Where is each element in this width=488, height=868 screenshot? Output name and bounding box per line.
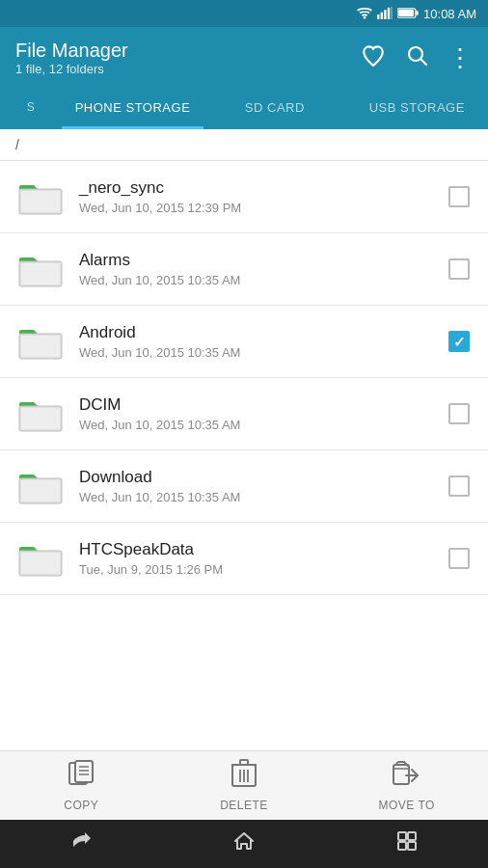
- file-date: Wed, Jun 10, 2015 10:35 AM: [79, 490, 438, 504]
- svg-rect-45: [408, 842, 416, 850]
- file-date: Wed, Jun 10, 2015 12:39 PM: [79, 201, 438, 215]
- folder-icon: [15, 465, 66, 507]
- tab-phone-storage[interactable]: PHONE STORAGE: [62, 89, 203, 129]
- header-actions: ⋮: [361, 43, 473, 73]
- home-nav-icon[interactable]: [232, 829, 256, 858]
- breadcrumb: /: [0, 129, 488, 161]
- delete-button[interactable]: DELETE: [163, 751, 326, 820]
- app-subtitle: 1 file, 12 folders: [15, 62, 128, 76]
- file-checkbox[interactable]: [446, 183, 473, 210]
- file-info: DownloadWed, Jun 10, 2015 10:35 AM: [79, 468, 438, 504]
- file-name: Alarms: [79, 251, 438, 270]
- file-name: DCIM: [79, 395, 438, 415]
- list-item[interactable]: _nero_syncWed, Jun 10, 2015 12:39 PM: [0, 161, 488, 233]
- list-item[interactable]: AndroidWed, Jun 10, 2015 10:35 AM✓: [0, 306, 488, 378]
- svg-line-10: [421, 60, 427, 66]
- more-options-icon[interactable]: ⋮: [447, 43, 473, 73]
- svg-rect-3: [384, 10, 386, 19]
- folder-icon: [15, 320, 66, 363]
- recent-nav-icon[interactable]: [395, 829, 419, 858]
- file-name: _nero_sync: [79, 178, 438, 198]
- folder-icon: [15, 393, 66, 435]
- back-nav-icon[interactable]: [69, 829, 93, 858]
- file-info: HTCSpeakDataTue, Jun 9, 2015 1:26 PM: [79, 540, 438, 577]
- battery-icon: [397, 7, 419, 21]
- list-item[interactable]: AlarmsWed, Jun 10, 2015 10:35 AM: [0, 233, 488, 306]
- svg-rect-36: [240, 760, 248, 765]
- file-info: AlarmsWed, Jun 10, 2015 10:35 AM: [79, 251, 438, 287]
- file-date: Wed, Jun 10, 2015 10:35 AM: [79, 273, 438, 287]
- file-checkbox[interactable]: [446, 545, 473, 572]
- file-name: Download: [79, 468, 438, 487]
- svg-rect-16: [21, 263, 60, 285]
- nav-bar: [0, 820, 488, 868]
- move-to-label: MOVE TO: [378, 799, 434, 812]
- list-item[interactable]: DownloadWed, Jun 10, 2015 10:35 AM: [0, 450, 488, 523]
- move-to-button[interactable]: MOVE TO: [325, 751, 488, 820]
- svg-point-0: [364, 15, 366, 18]
- file-checkbox[interactable]: [446, 473, 473, 500]
- status-bar: 10:08 AM: [0, 0, 488, 27]
- checkmark-icon: ✓: [453, 335, 466, 349]
- checkbox-empty: [448, 186, 470, 207]
- svg-rect-4: [388, 7, 390, 18]
- checkbox-checked: ✓: [448, 331, 470, 352]
- file-info: AndroidWed, Jun 10, 2015 10:35 AM: [79, 323, 438, 360]
- svg-rect-2: [381, 12, 383, 18]
- checkbox-empty: [448, 548, 470, 569]
- delete-label: DELETE: [220, 799, 268, 812]
- file-checkbox[interactable]: [446, 256, 473, 283]
- copy-label: COPY: [64, 799, 98, 812]
- svg-rect-44: [398, 842, 406, 850]
- svg-rect-22: [21, 408, 60, 429]
- tab-bar: S PHONE STORAGE SD CARD USB STORAGE: [0, 89, 488, 129]
- favorites-icon[interactable]: [361, 43, 386, 72]
- file-checkbox[interactable]: [446, 400, 473, 427]
- tab-s[interactable]: S: [0, 89, 62, 129]
- svg-rect-28: [21, 553, 60, 574]
- file-date: Tue, Jun 9, 2015 1:26 PM: [79, 562, 438, 577]
- svg-rect-13: [21, 191, 60, 212]
- copy-icon: [68, 759, 95, 795]
- status-icons: 10:08 AM: [357, 7, 476, 21]
- file-date: Wed, Jun 10, 2015 10:35 AM: [79, 418, 438, 432]
- header-title-area: File Manager 1 file, 12 folders: [15, 40, 128, 76]
- checkbox-empty: [448, 475, 470, 497]
- search-icon[interactable]: [405, 43, 428, 72]
- folder-icon: [15, 248, 66, 290]
- app-header: File Manager 1 file, 12 folders ⋮: [0, 27, 488, 89]
- bottom-toolbar: COPY DELETE MOVE TO: [0, 750, 488, 820]
- folder-icon: [15, 537, 66, 580]
- file-info: DCIMWed, Jun 10, 2015 10:35 AM: [79, 395, 438, 432]
- file-name: HTCSpeakData: [79, 540, 438, 559]
- signal-icon: [377, 7, 393, 21]
- folder-icon: [15, 176, 66, 218]
- status-time: 10:08 AM: [423, 7, 476, 21]
- tab-sd-card[interactable]: SD CARD: [203, 89, 345, 129]
- file-date: Wed, Jun 10, 2015 10:35 AM: [79, 345, 438, 360]
- tab-usb-storage[interactable]: USB STORAGE: [346, 89, 488, 129]
- svg-rect-5: [391, 7, 393, 19]
- app-title: File Manager: [15, 40, 128, 62]
- copy-button[interactable]: COPY: [0, 751, 163, 820]
- wifi-icon: [357, 7, 372, 21]
- list-item[interactable]: HTCSpeakDataTue, Jun 9, 2015 1:26 PM: [0, 523, 488, 595]
- checkbox-empty: [448, 403, 470, 424]
- file-info: _nero_syncWed, Jun 10, 2015 12:39 PM: [79, 178, 438, 215]
- svg-rect-19: [21, 336, 60, 357]
- svg-rect-8: [398, 9, 414, 15]
- list-item[interactable]: DCIMWed, Jun 10, 2015 10:35 AM: [0, 378, 488, 450]
- svg-rect-7: [416, 11, 418, 15]
- file-list: _nero_syncWed, Jun 10, 2015 12:39 PM Ala…: [0, 161, 488, 750]
- move-to-icon: [393, 759, 421, 795]
- checkbox-empty: [448, 258, 470, 280]
- svg-rect-42: [398, 832, 406, 840]
- svg-rect-1: [377, 14, 379, 19]
- svg-rect-43: [408, 832, 416, 840]
- delete-icon: [231, 759, 257, 795]
- svg-rect-30: [75, 761, 93, 782]
- file-name: Android: [79, 323, 438, 342]
- svg-rect-25: [21, 480, 60, 502]
- file-checkbox[interactable]: ✓: [446, 328, 473, 355]
